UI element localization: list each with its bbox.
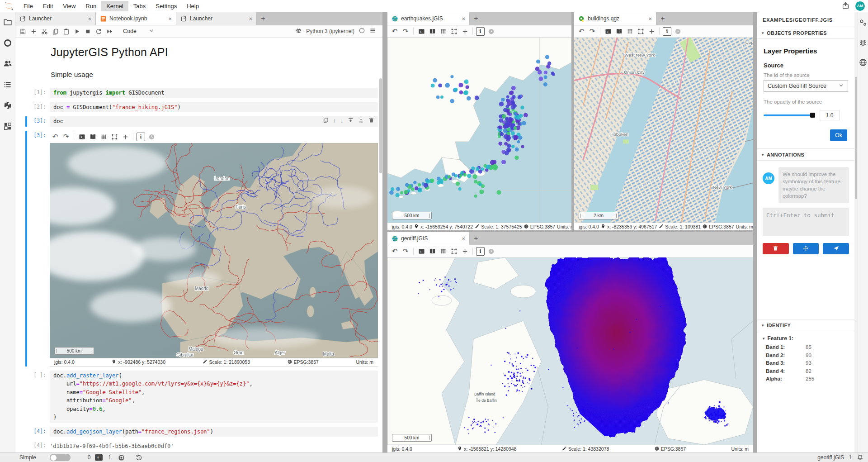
collaborators-icon[interactable]	[3, 59, 12, 68]
polygon-select-icon[interactable]	[449, 247, 458, 256]
earthquakes-map[interactable]: 500 km	[387, 38, 571, 223]
new-tab-button[interactable]: +	[656, 12, 669, 25]
temporal-clock-icon[interactable]	[673, 27, 682, 36]
close-icon[interactable]: ×	[249, 16, 252, 22]
center-annotation-button[interactable]	[793, 243, 819, 254]
identify-icon[interactable]: i	[663, 27, 671, 36]
ok-button[interactable]: Ok	[830, 129, 847, 141]
delete-cell-icon[interactable]	[368, 117, 374, 124]
share-icon[interactable]	[842, 2, 850, 10]
tab-buildings[interactable]: buildings.qgz ×	[574, 12, 656, 25]
table-of-contents-icon[interactable]	[3, 80, 12, 89]
console-icon[interactable]: s_	[604, 27, 613, 36]
identify-section[interactable]: ▾ IDENTIFY	[757, 319, 854, 331]
file-browser-icon[interactable]	[3, 18, 12, 27]
undo-icon[interactable]: ↶	[390, 247, 399, 256]
menu-view[interactable]: View	[58, 1, 80, 11]
move-cell-down-icon[interactable]: ↓	[340, 118, 343, 124]
toolbar-menu-icon[interactable]	[369, 27, 376, 35]
add-cell-icon[interactable]	[29, 27, 38, 36]
tab-geotiff[interactable]: geotiff.jGIS ×	[387, 232, 470, 245]
objects-properties-section[interactable]: ▾ OBJECTS PROPERTIES	[757, 27, 854, 39]
paste-icon[interactable]	[61, 27, 71, 36]
identify-icon[interactable]: i	[476, 247, 485, 256]
close-icon[interactable]: ×	[648, 16, 652, 22]
run-all-icon[interactable]	[105, 27, 114, 36]
temporal-clock-icon[interactable]	[147, 132, 156, 141]
opacity-value[interactable]: 1.0	[820, 110, 840, 120]
tab-notebook[interactable]: Notebook.ipynb ×	[96, 12, 176, 25]
identify-icon[interactable]: i	[476, 27, 485, 36]
add-layer-icon[interactable]	[121, 132, 130, 141]
menu-file[interactable]: File	[19, 1, 38, 11]
code-input[interactable]: doc.add_geojson_layer(path="france_regio…	[50, 427, 378, 437]
redo-icon[interactable]: ↷	[588, 27, 597, 36]
console-icon[interactable]: s_	[95, 454, 103, 461]
submit-annotation-button[interactable]	[823, 243, 849, 254]
code-input[interactable]: from jupytergis import GISDocument	[50, 88, 378, 98]
extensions-icon[interactable]	[3, 101, 12, 110]
menu-run[interactable]: Run	[80, 1, 101, 11]
grid-icon[interactable]	[625, 27, 634, 36]
history-icon[interactable]	[135, 454, 143, 462]
delete-annotation-button[interactable]	[763, 243, 789, 254]
close-icon[interactable]: ×	[168, 16, 172, 22]
restart-kernel-icon[interactable]	[94, 27, 103, 36]
symbology-book-icon[interactable]	[428, 247, 437, 256]
console-icon[interactable]: s_	[417, 27, 426, 36]
running-sessions-icon[interactable]	[3, 38, 12, 48]
add-layer-icon[interactable]	[647, 27, 656, 36]
opacity-slider[interactable]	[764, 114, 814, 116]
undo-icon[interactable]: ↶	[577, 27, 586, 36]
grid-icon[interactable]	[99, 132, 108, 141]
menu-kernel[interactable]: Kernel	[101, 1, 128, 11]
temporal-clock-icon[interactable]	[486, 247, 495, 256]
close-icon[interactable]: ×	[462, 16, 465, 22]
menu-settings[interactable]: Settings	[151, 1, 182, 11]
debugger-bug-icon[interactable]	[859, 38, 868, 47]
redo-icon[interactable]: ↷	[61, 132, 71, 141]
new-tab-button[interactable]: +	[257, 12, 269, 25]
annotation-input[interactable]	[763, 208, 849, 236]
annotations-section[interactable]: ▾ ANNOTATIONS	[757, 148, 854, 161]
kernel-name[interactable]: Python 3 (ipykernel)	[306, 28, 354, 34]
stop-icon[interactable]	[83, 27, 92, 36]
insert-cell-below-icon[interactable]	[358, 117, 364, 124]
menu-help[interactable]: Help	[182, 1, 204, 11]
widgets-icon[interactable]	[3, 122, 12, 131]
add-layer-icon[interactable]	[460, 27, 469, 36]
property-inspector-gears-icon[interactable]	[859, 18, 868, 27]
polygon-select-icon[interactable]	[449, 27, 458, 36]
bell-icon[interactable]	[856, 454, 864, 462]
simple-mode-toggle[interactable]	[50, 454, 71, 461]
code-input[interactable]: doc = GISDocument("france_hiking.jGIS")	[50, 102, 378, 113]
menu-tabs[interactable]: Tabs	[128, 1, 151, 11]
grid-icon[interactable]	[439, 247, 448, 256]
run-icon[interactable]	[72, 27, 81, 36]
move-cell-up-icon[interactable]: ↑	[333, 118, 336, 124]
code-input[interactable]: doc ↑ ↓	[50, 116, 378, 127]
grid-icon[interactable]	[439, 27, 448, 36]
new-tab-button[interactable]: +	[470, 232, 482, 245]
undo-icon[interactable]: ↶	[390, 27, 399, 36]
chip-icon[interactable]	[118, 454, 125, 462]
buildings-map[interactable]: West New YorkUnion CityHobokenNew YorkUp…	[574, 38, 753, 223]
console-icon[interactable]: s_	[417, 247, 426, 256]
feature-row[interactable]: ▾ Feature 1:	[757, 331, 854, 343]
menu-edit[interactable]: Edit	[38, 1, 58, 11]
france-map[interactable]: LondonParisMadridMalagaGibraltarOranAlge…	[50, 143, 378, 358]
new-tab-button[interactable]: +	[470, 12, 482, 25]
jgis-panel-globe-icon[interactable]	[859, 58, 868, 67]
cell-type-select[interactable]: Code	[123, 28, 154, 35]
close-icon[interactable]: ×	[88, 16, 91, 22]
add-layer-icon[interactable]	[460, 247, 469, 256]
identify-icon[interactable]: i	[137, 133, 145, 141]
redo-icon[interactable]: ↷	[401, 247, 410, 256]
copy-icon[interactable]	[51, 27, 60, 36]
polygon-select-icon[interactable]	[110, 132, 119, 141]
duplicate-cell-icon[interactable]	[323, 117, 329, 124]
symbology-book-icon[interactable]	[614, 27, 623, 36]
cut-icon[interactable]	[40, 27, 49, 36]
insert-cell-above-icon[interactable]	[348, 117, 354, 124]
polygon-select-icon[interactable]	[636, 27, 645, 36]
